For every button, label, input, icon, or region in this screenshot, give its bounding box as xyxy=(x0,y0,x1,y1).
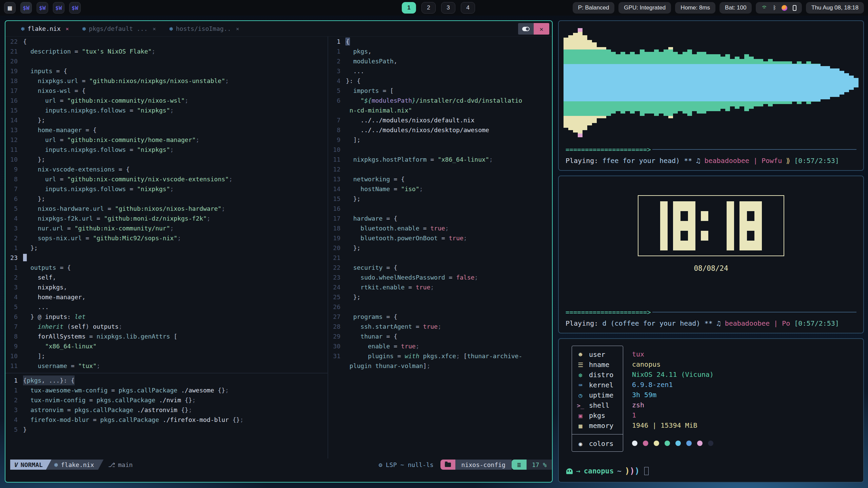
flake-nix-pane[interactable]: 22{21 description = "tux's NixOS Flake";… xyxy=(5,37,328,373)
code-line: 23 xyxy=(5,253,328,263)
terminal-cursor xyxy=(644,467,649,475)
code-line: 26 xyxy=(328,302,552,312)
code-line: 8 forAllSystems = nixpkgs.lib.genAttrs [ xyxy=(5,331,328,341)
code-line: 4 firefox-mod-blur = pkgs.callPackage ./… xyxy=(5,415,328,425)
viz-column xyxy=(811,26,816,140)
tab-pkgs-default[interactable]: ❄ pkgs/default ... ✕ xyxy=(76,21,163,36)
viz-column xyxy=(739,26,744,140)
code-line: 5 nixos-hardware.url = "github:nixos/nix… xyxy=(5,204,328,214)
clock-digit xyxy=(673,201,695,250)
screen-icon[interactable] xyxy=(793,5,796,11)
pkgs-default-pane[interactable]: 1{pkgs, ...}: {1 tux-awesome-wm-config =… xyxy=(5,373,328,459)
hosts-isoimage-pane[interactable]: 1{1 pkgs,2 modulesPath,3 ...4}: {5 impor… xyxy=(328,37,552,459)
tag-1[interactable]: 1 xyxy=(402,2,416,14)
code-line: 31 plugins = with pkgs.xfce; [thunar-arc… xyxy=(328,351,552,361)
viz-column xyxy=(844,26,849,140)
code-line: 22 security = { xyxy=(328,263,552,272)
layout-switcher-button[interactable]: ▦ xyxy=(4,2,16,14)
bluetooth-icon[interactable]: ᛒ xyxy=(773,5,776,11)
nix-file-icon: ❄ xyxy=(54,461,58,468)
code-line: 27 programs = { xyxy=(328,312,552,322)
nix-file-icon: ❄ xyxy=(170,25,173,32)
fetch-row-colors: ◉colors xyxy=(572,439,623,449)
viz-column xyxy=(697,26,702,140)
branch-icon: ⎇ xyxy=(108,461,115,468)
tag-3[interactable]: 3 xyxy=(441,2,455,14)
wifi-icon[interactable] xyxy=(761,6,767,10)
color-dot xyxy=(665,441,670,446)
tab-flake-nix[interactable]: ❄ flake.nix ✕ xyxy=(14,21,76,36)
code-line: 29 thunar = { xyxy=(328,331,552,341)
shell-prompt[interactable]: → canopus ~ ))) xyxy=(566,466,649,476)
code-line: 1 pkgs, xyxy=(328,46,552,56)
workspace-button-3[interactable]: $W xyxy=(53,2,64,14)
code-line: 19 bluetooth.powerOnBoot = true; xyxy=(328,233,552,243)
editor-body: 22{21 description = "tux's NixOS Flake";… xyxy=(5,37,552,459)
viz-column xyxy=(706,26,711,140)
fetch-row-shell: >_shell xyxy=(572,400,623,410)
viz-column xyxy=(797,26,802,140)
code-line: 8 url = "github:nix-community/nix-vscode… xyxy=(5,174,328,184)
fetch-row-distro: ❆distro xyxy=(572,370,623,380)
visualizer-window: =====================>Playing: ffee for … xyxy=(558,20,864,171)
viz-column xyxy=(564,26,568,140)
scroll-segment: ≣ xyxy=(512,460,527,470)
viz-column xyxy=(721,26,725,140)
code-line: 16 url = "github:nix-community/nixos-wsl… xyxy=(5,96,328,105)
tag-2[interactable]: 2 xyxy=(421,2,436,14)
lsp-status: ⚙ LSP ~ null-ls xyxy=(379,461,434,468)
code-line: 19 inputs = { xyxy=(5,66,328,76)
tab-hosts-isoimage[interactable]: ❄ hosts/isoImag.. ✕ xyxy=(163,21,246,36)
tag-list: 1234 xyxy=(402,2,475,14)
workspace-button-2[interactable]: $W xyxy=(37,2,48,14)
memory-icon: ▦ xyxy=(577,422,584,429)
terminal-color-dots xyxy=(632,438,714,448)
code-line: 25 }; xyxy=(328,292,552,302)
close-tab-icon[interactable]: ✕ xyxy=(236,26,239,32)
code-line: 3 astronvim = pkgs.callPackage ./astronv… xyxy=(5,405,328,415)
code-line: 18 nixpkgs.url = "github:nixos/nixpkgs/n… xyxy=(5,76,328,86)
statusline-filename: ❄ flake.nix xyxy=(46,460,103,470)
viz-column xyxy=(840,26,844,140)
power-profile-pill: P: Balanced xyxy=(573,2,615,14)
progress-bar: =====================> xyxy=(566,145,856,154)
close-tab-icon[interactable]: ✕ xyxy=(153,26,156,32)
window-close-button[interactable]: ✕ xyxy=(534,23,549,35)
viz-column xyxy=(802,26,806,140)
toggle-button[interactable] xyxy=(518,23,534,35)
fetch-row-uptime: ◷uptime xyxy=(572,390,623,400)
workspace-button-1[interactable]: $W xyxy=(20,2,32,14)
code-line: 2 sops-nix.url = "github:Mic92/sops-nix"… xyxy=(5,233,328,243)
hname-icon: ☰ xyxy=(577,361,584,368)
terminal-window[interactable]: ☻user☰hname❆distro⌨kernel◷uptime>_shell▣… xyxy=(558,338,864,483)
system-fetch: ☻user☰hname❆distro⌨kernel◷uptime>_shell▣… xyxy=(572,346,714,452)
viz-column xyxy=(735,26,739,140)
browser-icon[interactable] xyxy=(782,5,787,11)
code-line: 3 ... xyxy=(328,66,552,76)
tag-4[interactable]: 4 xyxy=(461,2,475,14)
code-line: 21 description = "tux's NixOS Flake"; xyxy=(5,46,328,56)
clock-digit xyxy=(714,201,721,250)
code-line: 14 hostName = "iso"; xyxy=(328,184,552,194)
viz-column xyxy=(640,26,645,140)
nix-file-icon: ❄ xyxy=(21,25,24,32)
code-line: 24 rtkit.enable = true; xyxy=(328,282,552,292)
titlebar-buttons: ✕ xyxy=(518,23,549,35)
viz-column xyxy=(758,26,763,140)
fetch-separator xyxy=(572,434,623,434)
nix-file-icon: ❄ xyxy=(82,25,86,32)
now-playing-2: =====================>Playing: d (coffee… xyxy=(566,308,856,327)
code-line: 11 username = "tux"; xyxy=(5,361,328,371)
viz-column xyxy=(573,26,578,140)
now-playing-text: Playing: ffee for your head) ** ♫ beabad… xyxy=(566,157,856,165)
viz-column xyxy=(792,26,797,140)
code-line: 1 }; xyxy=(5,243,328,253)
code-line: 4}: { xyxy=(328,76,552,86)
clock-digit xyxy=(660,201,668,250)
code-line: 7 inputs.nixpkgs.follows = "nixpkgs"; xyxy=(5,184,328,194)
workspace-button-4[interactable]: $W xyxy=(69,2,81,14)
code-line: 13 home-manager = { xyxy=(5,125,328,135)
code-line: 12 url = "github:nix-community/home-mana… xyxy=(5,135,328,145)
now-playing-1: =====================>Playing: ffee for … xyxy=(566,145,856,165)
close-tab-icon[interactable]: ✕ xyxy=(66,26,69,32)
